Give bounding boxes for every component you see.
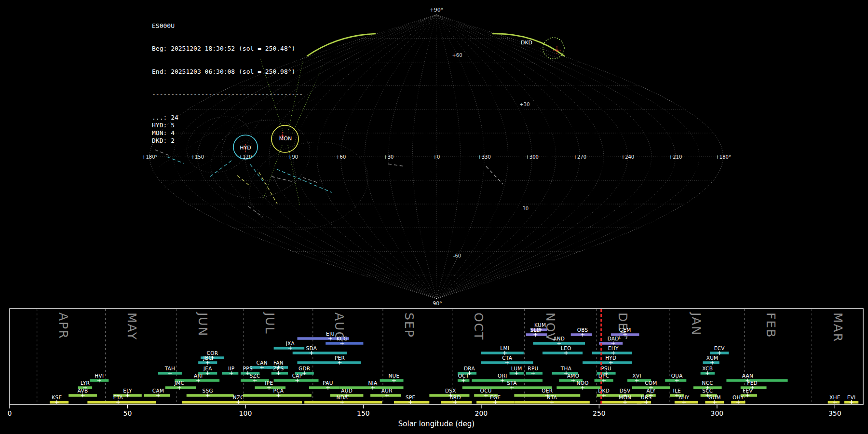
shower-label-ocu: OCU [480,388,492,393]
axis-tick-label: 200 [475,409,488,417]
shower-label-xvi: XVI [632,373,641,379]
shower-bar-kse [50,401,68,404]
shower-label-evi: EVI [847,394,856,400]
meteor-observation-screen: ES000U Beg: 20251202 18:30:52 (sol = 250… [0,0,868,434]
activity-timeline: APRMAYJUNJULAUGSEPOCTNOVDECJANFEBMARKUMS… [8,309,863,428]
meteor-trail [248,206,263,217]
lon-label: +240 [621,154,634,160]
lat-label: -30 [521,206,529,211]
shower-label-jxa: JXA [285,340,295,346]
ecliptic-arc [307,34,375,56]
shower-label-jbc: JBC [203,355,212,361]
lon-label: +60 [336,154,346,160]
shower-label-dkd: DKD [598,388,610,393]
shower-bar-ahy [675,401,698,404]
lat-label: +30 [519,102,529,107]
shower-label-dra: DRA [464,366,475,371]
lon-label: +30 [383,154,393,160]
station-id: ES000U [152,22,303,30]
shower-label-zcs: ZCS [273,366,284,371]
meteor-trail [388,164,405,166]
lon-label: +0 [433,154,440,160]
shower-bar-pau [309,386,340,389]
axis-tick-label: 0 [8,409,12,417]
header-separator: ---------------------------------------- [152,91,303,98]
shower-bar-nue [380,379,404,382]
shower-label-ard: ARD [449,394,461,400]
shower-bar-eta [87,401,156,404]
shower-label-aur: AUR [381,388,393,393]
shower-label-hvi: HVI [95,373,104,379]
shower-label-amo: AMO [567,373,579,379]
shower-count-line: MON: 4 [152,129,303,137]
shower-label-obs: OBS [577,327,588,333]
grid-meridian [389,15,436,299]
radiants-and-activity-plot: +180°+150+120+90+60+30+0+330+300+270+240… [0,0,868,434]
shower-label-sda: SDA [306,345,317,351]
month-label: OCT [472,312,486,340]
shower-label-cam: CAM [152,388,164,393]
shower-label-gum: GUM [708,394,721,400]
shower-label-jmc: JMC [174,380,184,386]
shower-bar-kcg [326,342,363,345]
lon-label: +300 [526,154,539,160]
shower-bar-noo [556,386,601,389]
shower-label-sld: SLD [530,327,541,333]
shower-bar-leo [542,352,583,354]
meteor-trail [277,169,332,192]
shower-bar-urs [637,401,651,404]
month-label: JUN [196,312,210,337]
shower-label-tah: TAH [164,366,176,371]
axis-tick-label: 350 [828,409,841,417]
meteor-trail [303,177,319,183]
shower-label-xum: XUM [706,355,719,361]
month-label: MAR [831,312,845,342]
axis-tick-label: 250 [593,409,606,417]
pole-label-top: +90° [430,7,444,13]
lon-label: +330 [477,154,490,160]
shower-bar-sda [293,352,347,354]
shower-label-fed: FED [747,380,758,386]
shower-label-lmi: LMI [500,345,509,351]
shower-label-dsx: DSX [445,388,456,393]
shower-label-per: PER [335,355,345,361]
shower-label-tha: THA [560,366,572,371]
shower-label-nda: NDA [336,394,348,400]
shower-label-cta: CTA [502,355,513,361]
shower-label-eta: ETA [113,394,123,400]
shower-label-xhe: XHE [829,394,841,400]
shower-label-eri: ERI [326,331,335,337]
shower-label-ohy: OHY [732,394,744,400]
shower-label-lyr: LYR [81,380,90,386]
shower-bar-dad [599,342,623,345]
meteor-trail [486,166,503,184]
axis-tick-label: 50 [123,409,132,417]
shower-label-dad: DAD [608,336,619,341]
shower-label-and: AND [553,336,565,341]
shower-count-line: DKD: 2 [152,137,303,145]
shower-bar-hyd [583,361,632,364]
shower-label-hyd: HYD [605,355,616,361]
shower-label-nia: NIA [368,380,378,386]
shower-label-cap: CAP [292,373,303,379]
shower-label-ehy: EHY [608,345,619,351]
shower-label-qua: QUA [671,373,683,379]
shower-label-oct: OCT [458,373,469,379]
shower-bar-nzc [182,401,302,404]
shower-label-rpu: RPU [528,366,538,371]
shower-label-ssg: SSG [203,388,213,393]
shower-bar-mon [601,401,641,404]
shower-count-list: ...: 24HYD: 5MON: 4DKD: 2 [152,114,303,144]
shower-count-line: ...: 24 [152,114,303,122]
month-label: MAY [125,312,139,340]
axis-tick-label: 100 [239,409,252,417]
shower-label-iip: IIP [228,366,234,371]
shower-label-can: CAN [257,360,268,366]
shower-label-psu: PSU [601,366,611,371]
shower-label-mon: MON [619,394,631,400]
meteor-trail [271,176,295,182]
month-label: SEP [402,312,416,338]
shower-label-dsv: DSV [620,388,631,393]
shower-bar-sta [462,386,552,389]
shower-label-xcb: XCB [702,366,713,371]
